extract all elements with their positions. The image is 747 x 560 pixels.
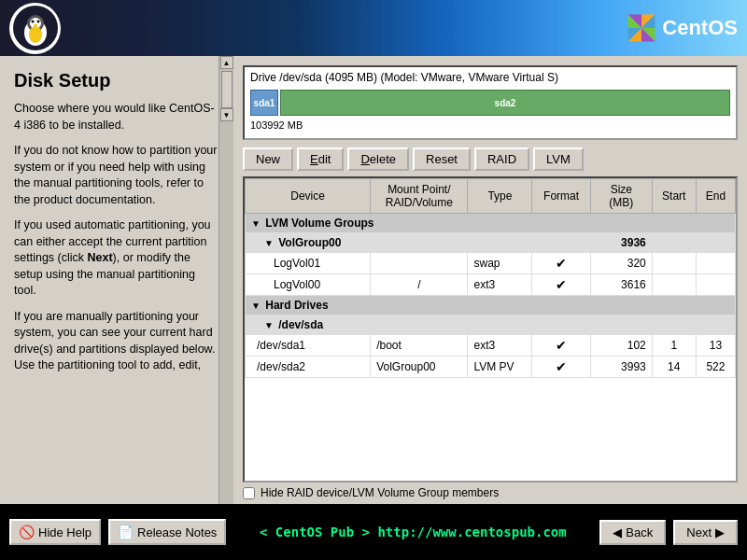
partition-table: Device Mount Point/RAID/Volume Type Form… bbox=[245, 178, 736, 378]
sda2-name: /dev/sda2 bbox=[246, 357, 371, 378]
back-label: Back bbox=[626, 525, 653, 539]
left-panel: Disk Setup Choose where you would like C… bbox=[0, 56, 233, 504]
col-start: Start bbox=[652, 179, 696, 214]
sda1-start: 1 bbox=[652, 335, 696, 357]
partition-table-wrapper: Device Mount Point/RAID/Volume Type Form… bbox=[243, 176, 738, 483]
hide-help-button[interactable]: 🚫 Hide Help bbox=[9, 519, 101, 545]
edit-button[interactable]: Edit bbox=[297, 147, 344, 171]
hide-raid-label: Hide RAID device/LVM Volume Group member… bbox=[261, 486, 499, 499]
col-device: Device bbox=[246, 179, 371, 214]
logvol00-format: ✔ bbox=[532, 274, 591, 296]
scroll-down-button[interactable]: ▼ bbox=[220, 108, 233, 121]
svg-point-7 bbox=[34, 24, 37, 27]
sda1-mount: /boot bbox=[371, 335, 468, 357]
installer-logo-icon bbox=[12, 5, 59, 51]
sda1-type: ext3 bbox=[468, 335, 532, 357]
centos-badge-icon bbox=[627, 13, 656, 43]
group-lvm-label: ▼ LVM Volume Groups bbox=[246, 214, 736, 233]
hide-help-icon: 🚫 bbox=[19, 525, 35, 539]
col-size: Size(MB) bbox=[590, 179, 652, 214]
lvm-button[interactable]: LVM bbox=[533, 147, 584, 171]
sda2-mount: VolGroup00 bbox=[371, 357, 468, 378]
description-p3: If you used automatic partitioning, you … bbox=[14, 217, 219, 300]
footer-left-buttons: 🚫 Hide Help 📄 Release Notes bbox=[9, 519, 226, 545]
expand-vg-icon: ▼ bbox=[264, 238, 274, 248]
hide-help-label: Hide Help bbox=[38, 525, 92, 539]
hide-raid-row: Hide RAID device/LVM Volume Group member… bbox=[243, 483, 738, 499]
volgroup00-name: ▼ VolGroup00 bbox=[246, 233, 371, 253]
scrollbar[interactable]: ▲ ▼ bbox=[218, 56, 233, 504]
description-p1: Choose where you would like CentOS-4 i38… bbox=[14, 101, 219, 133]
disk-size-info: 103992 MB bbox=[245, 118, 736, 133]
hide-raid-checkbox[interactable] bbox=[243, 487, 255, 499]
brand-logo: CentOS bbox=[627, 13, 738, 43]
sda1-size: 102 bbox=[590, 335, 652, 357]
logvol01-type: swap bbox=[468, 253, 532, 274]
description-p2: If you do not know how to partition your… bbox=[14, 143, 219, 208]
release-notes-label: Release Notes bbox=[137, 525, 217, 539]
checkmark-icon: ✔ bbox=[556, 338, 567, 353]
sda1-name: /dev/sda1 bbox=[246, 335, 371, 357]
release-notes-icon: 📄 bbox=[118, 525, 134, 539]
scroll-thumb[interactable] bbox=[221, 71, 233, 108]
sda2-end: 522 bbox=[696, 357, 735, 378]
dev-sda-name: ▼ /dev/sda bbox=[246, 315, 736, 335]
logvol00-mount: / bbox=[371, 274, 468, 296]
expand-icon: ▼ bbox=[251, 218, 261, 229]
partition-buttons: New Edit Delete Reset RAID LVM bbox=[243, 147, 738, 171]
svg-point-5 bbox=[31, 21, 34, 23]
logvol00-name: LogVol00 bbox=[246, 274, 371, 296]
raid-button[interactable]: RAID bbox=[474, 147, 529, 171]
scroll-up-button[interactable]: ▲ bbox=[220, 56, 233, 69]
back-icon: ◀ bbox=[613, 525, 622, 539]
checkmark-icon: ✔ bbox=[556, 359, 567, 374]
disk-segment-sda1: sda1 bbox=[250, 90, 278, 116]
col-type: Type bbox=[468, 179, 532, 214]
release-notes-button[interactable]: 📄 Release Notes bbox=[108, 519, 226, 545]
logvol00-row[interactable]: LogVol00 / ext3 ✔ 3616 bbox=[246, 274, 736, 296]
logvol01-size: 320 bbox=[590, 253, 652, 274]
drive-label: Drive /dev/sda (4095 MB) (Model: VMware,… bbox=[245, 67, 736, 88]
next-emphasis: Next bbox=[88, 251, 113, 264]
logvol01-name: LogVol01 bbox=[246, 253, 371, 274]
logvol00-type: ext3 bbox=[468, 274, 532, 296]
sda1-end: 13 bbox=[696, 335, 735, 357]
header: CentOS bbox=[0, 0, 747, 56]
disk-visual: Drive /dev/sda (4095 MB) (Model: VMware,… bbox=[243, 65, 738, 140]
sda2-row[interactable]: /dev/sda2 VolGroup00 LVM PV ✔ 3993 14 52… bbox=[246, 357, 736, 378]
next-icon: ▶ bbox=[715, 525, 725, 539]
volgroup00-size: 3936 bbox=[590, 233, 652, 253]
sda1-row[interactable]: /dev/sda1 /boot ext3 ✔ 102 1 13 bbox=[246, 335, 736, 357]
logvol01-row[interactable]: LogVol01 swap ✔ 320 bbox=[246, 253, 736, 274]
checkmark-icon: ✔ bbox=[556, 277, 567, 292]
logvol01-format: ✔ bbox=[532, 253, 591, 274]
footer-center-text: < CentOS Pub > http://www.centospub.com bbox=[260, 525, 567, 539]
description-p4: If you are manually partitioning your sy… bbox=[14, 309, 219, 374]
col-mount: Mount Point/RAID/Volume bbox=[371, 179, 468, 214]
footer: 🚫 Hide Help 📄 Release Notes < CentOS Pub… bbox=[0, 504, 747, 560]
sda2-format: ✔ bbox=[532, 357, 591, 378]
next-button[interactable]: Next ▶ bbox=[673, 520, 738, 545]
disk-segment-sda2: sda2 bbox=[280, 90, 730, 116]
sda2-type: LVM PV bbox=[468, 357, 532, 378]
expand-sda-icon: ▼ bbox=[264, 320, 274, 330]
new-button[interactable]: New bbox=[243, 147, 293, 171]
volgroup00-row: ▼ VolGroup00 3936 bbox=[246, 233, 736, 253]
centos-logo-left bbox=[9, 3, 61, 54]
logvol00-size: 3616 bbox=[590, 274, 652, 296]
sda1-format: ✔ bbox=[532, 335, 591, 357]
brand-name: CentOS bbox=[662, 16, 738, 40]
footer-nav-buttons: ◀ Back Next ▶ bbox=[599, 520, 738, 545]
delete-button[interactable]: Delete bbox=[347, 147, 409, 171]
dev-sda-row: ▼ /dev/sda bbox=[246, 315, 736, 335]
col-format: Format bbox=[532, 179, 591, 214]
reset-button[interactable]: Reset bbox=[413, 147, 471, 171]
page-title: Disk Setup bbox=[14, 70, 219, 91]
sda2-start: 14 bbox=[652, 357, 696, 378]
svg-point-6 bbox=[36, 21, 39, 23]
main-content: Disk Setup Choose where you would like C… bbox=[0, 56, 747, 504]
group-hd: ▼ Hard Drives bbox=[246, 296, 736, 315]
col-end: End bbox=[696, 179, 735, 214]
right-panel: Drive /dev/sda (4095 MB) (Model: VMware,… bbox=[233, 56, 747, 504]
back-button[interactable]: ◀ Back bbox=[599, 520, 666, 545]
